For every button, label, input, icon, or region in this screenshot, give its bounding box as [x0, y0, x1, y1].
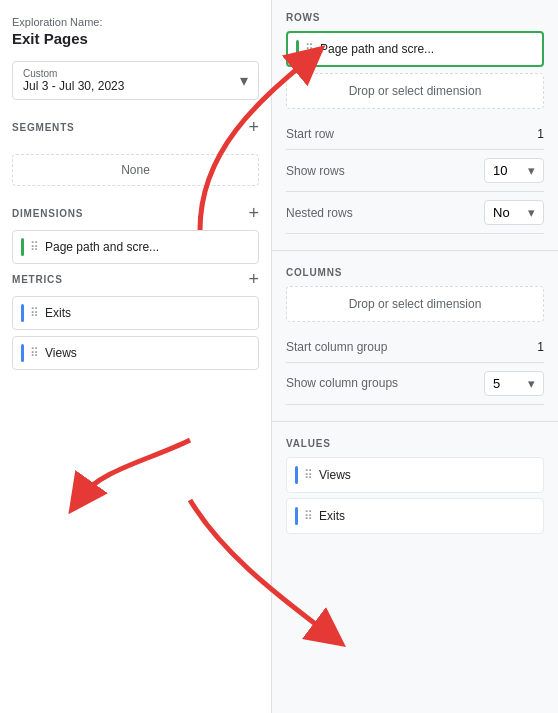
rows-drop-dimension[interactable]: Drop or select dimension [286, 73, 544, 109]
metrics-title: METRICS [12, 274, 63, 285]
grid-icon: ⠿ [30, 306, 39, 320]
show-col-groups-label: Show column groups [286, 376, 398, 392]
metric-exits-color-bar [21, 304, 24, 322]
metric-exits-item[interactable]: ⠿ Exits [12, 296, 259, 330]
nested-rows-setting: Nested rows No ▾ [286, 192, 544, 234]
chevron-down-icon: ▾ [528, 205, 535, 220]
columns-section: COLUMNS Drop or select dimension Start c… [272, 255, 558, 417]
show-col-groups-setting: Show column groups 5 ▾ [286, 363, 544, 405]
columns-title: COLUMNS [286, 267, 544, 278]
show-rows-setting: Show rows 10 ▾ [286, 150, 544, 192]
value-views-label: Views [319, 468, 351, 482]
show-col-groups-value: 5 [493, 376, 500, 391]
date-tag: Custom [23, 68, 124, 79]
start-col-group-setting: Start column group 1 [286, 332, 544, 363]
dimension-color-bar [21, 238, 24, 256]
rows-dimension-label: Page path and scre... [320, 42, 434, 56]
show-rows-label: Show rows [286, 164, 345, 178]
exploration-name: Exit Pages [12, 30, 259, 47]
metric-exits-label: Exits [45, 306, 71, 320]
segment-none: None [12, 154, 259, 186]
values-section: VALUES ⠿ Views ⠿ Exits [272, 426, 558, 551]
start-row-label: Start row [286, 127, 334, 141]
value-views-color-bar [295, 466, 298, 484]
grid-icon: ⠿ [305, 42, 314, 56]
exploration-label: Exploration Name: [12, 16, 259, 28]
metric-views-item[interactable]: ⠿ Views [12, 336, 259, 370]
metric-views-color-bar [21, 344, 24, 362]
chevron-down-icon: ▾ [528, 376, 535, 391]
rows-title: ROWS [286, 12, 544, 23]
value-exits-label: Exits [319, 509, 345, 523]
value-exits-color-bar [295, 507, 298, 525]
start-row-value: 1 [537, 127, 544, 141]
show-col-groups-select[interactable]: 5 ▾ [484, 371, 544, 396]
segments-title: SEGMENTS [12, 122, 75, 133]
value-exits-item[interactable]: ⠿ Exits [286, 498, 544, 534]
add-metric-button[interactable]: + [248, 270, 259, 288]
grid-icon: ⠿ [304, 468, 313, 482]
add-dimension-button[interactable]: + [248, 204, 259, 222]
grid-icon: ⠿ [30, 346, 39, 360]
dimension-label: Page path and scre... [45, 240, 159, 254]
start-row-setting: Start row 1 [286, 119, 544, 150]
nested-rows-label: Nested rows [286, 206, 353, 220]
grid-icon: ⠿ [30, 240, 39, 254]
show-rows-select[interactable]: 10 ▾ [484, 158, 544, 183]
rows-selected-dimension[interactable]: ⠿ Page path and scre... [286, 31, 544, 67]
start-col-group-value: 1 [537, 340, 544, 354]
dimensions-title: DIMENSIONS [12, 208, 83, 219]
nested-rows-value: No [493, 205, 510, 220]
dimension-list-item[interactable]: ⠿ Page path and scre... [12, 230, 259, 264]
chevron-down-icon: ▾ [240, 71, 248, 90]
nested-rows-select[interactable]: No ▾ [484, 200, 544, 225]
show-rows-value: 10 [493, 163, 507, 178]
value-views-item[interactable]: ⠿ Views [286, 457, 544, 493]
start-col-group-label: Start column group [286, 340, 387, 354]
metric-views-label: Views [45, 346, 77, 360]
columns-drop-dimension[interactable]: Drop or select dimension [286, 286, 544, 322]
add-segment-button[interactable]: + [248, 118, 259, 136]
chevron-down-icon: ▾ [528, 163, 535, 178]
date-range: Jul 3 - Jul 30, 2023 [23, 79, 124, 93]
rows-section: ROWS ⠿ Page path and scre... Drop or sel… [272, 0, 558, 246]
values-title: VALUES [286, 438, 544, 449]
date-picker[interactable]: Custom Jul 3 - Jul 30, 2023 ▾ [12, 61, 259, 100]
grid-icon: ⠿ [304, 509, 313, 523]
rows-dim-color-bar [296, 40, 299, 58]
